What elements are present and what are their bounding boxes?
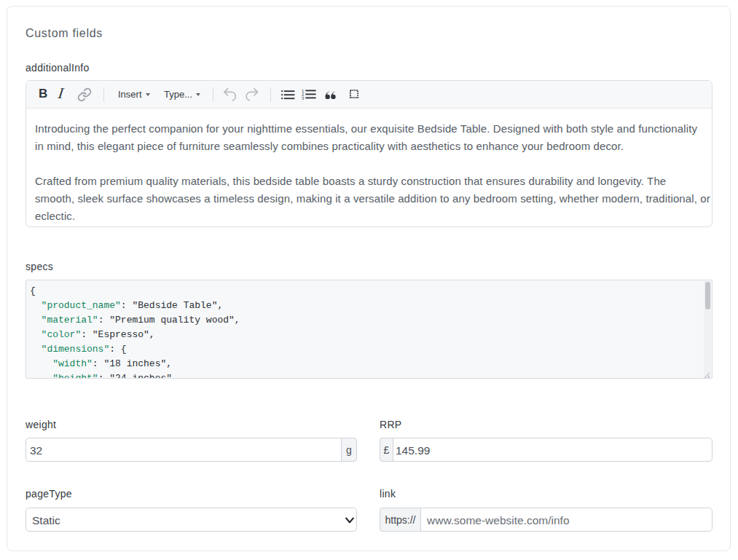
svg-text:3: 3 (302, 96, 305, 100)
